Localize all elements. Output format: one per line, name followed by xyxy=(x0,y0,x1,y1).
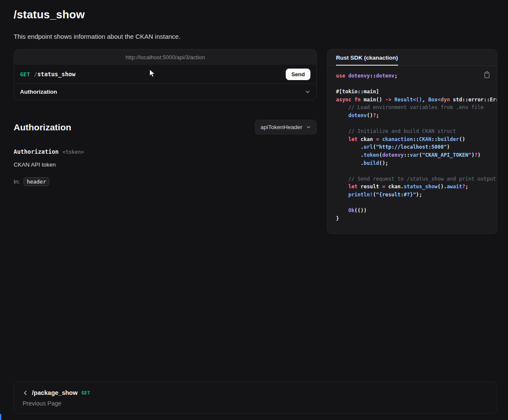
request-row: GET /status_show Send xyxy=(14,65,316,83)
auth-scheme-dropdown[interactable]: apiTokenHeader xyxy=(255,120,317,135)
previous-page-card[interactable]: /package_show GET Previous Page xyxy=(14,382,497,414)
in-label: In: xyxy=(14,178,20,185)
copy-code-button[interactable] xyxy=(483,70,491,79)
in-value-chip: header xyxy=(23,177,49,186)
auth-param-row: Authorization <token> xyxy=(14,148,317,155)
tab-rust-sdk[interactable]: Rust SDK (ckanaction) xyxy=(336,49,398,66)
previous-page-endpoint: /package_show xyxy=(32,389,77,396)
authorization-section-header: Authorization apiTokenHeader xyxy=(14,120,317,135)
authorization-heading: Authorization xyxy=(14,122,71,132)
auth-param-name: Authorization xyxy=(14,148,59,155)
chevron-down-icon xyxy=(306,125,311,129)
chevron-down-icon xyxy=(305,89,310,95)
page-description: This endpoint shows information about th… xyxy=(14,33,497,40)
previous-page-label: Previous Page xyxy=(23,400,488,407)
auth-collapsible-row[interactable]: Authorization xyxy=(14,84,316,100)
two-column-layout: http://localhost:5000/api/3/action GET /… xyxy=(14,49,497,234)
path-slash: / xyxy=(34,71,37,78)
page-title: /status_show xyxy=(14,8,497,21)
endpoint-path: /status_show xyxy=(34,71,75,78)
request-panel: http://localhost:5000/api/3/action GET /… xyxy=(14,49,317,100)
chevron-left-icon xyxy=(23,390,28,396)
previous-page-method: GET xyxy=(81,390,90,396)
left-column: http://localhost:5000/api/3/action GET /… xyxy=(14,49,317,186)
auth-row-label: Authorization xyxy=(20,89,57,95)
sdk-panel-header: Rust SDK (ckanaction) xyxy=(327,49,497,66)
code-block: use dotenvy::dotenv;#[tokio::main]async … xyxy=(336,72,488,222)
right-column: Rust SDK (ckanaction) use dotenvy::doten… xyxy=(327,49,497,234)
main-content: /status_show This endpoint shows informa… xyxy=(0,0,508,382)
auth-param-type: <token> xyxy=(63,149,84,155)
auth-scheme-selected: apiTokenHeader xyxy=(261,124,302,130)
sdk-code-body: use dotenvy::dotenv;#[tokio::main]async … xyxy=(327,66,497,233)
scroll-indicator xyxy=(0,414,1,420)
clipboard-icon xyxy=(484,71,490,78)
http-method-label: GET xyxy=(20,71,30,78)
sdk-code-panel: Rust SDK (ckanaction) use dotenvy::doten… xyxy=(327,49,497,234)
send-button[interactable]: Send xyxy=(286,69,310,80)
footer: /package_show GET Previous Page xyxy=(0,382,508,420)
base-url-bar[interactable]: http://localhost:5000/api/3/action xyxy=(14,49,316,65)
auth-in-row: In: header xyxy=(14,177,317,186)
path-name: status_show xyxy=(37,71,75,78)
previous-page-title-row: /package_show GET xyxy=(23,389,488,396)
auth-param-description: CKAN API token xyxy=(14,161,317,168)
